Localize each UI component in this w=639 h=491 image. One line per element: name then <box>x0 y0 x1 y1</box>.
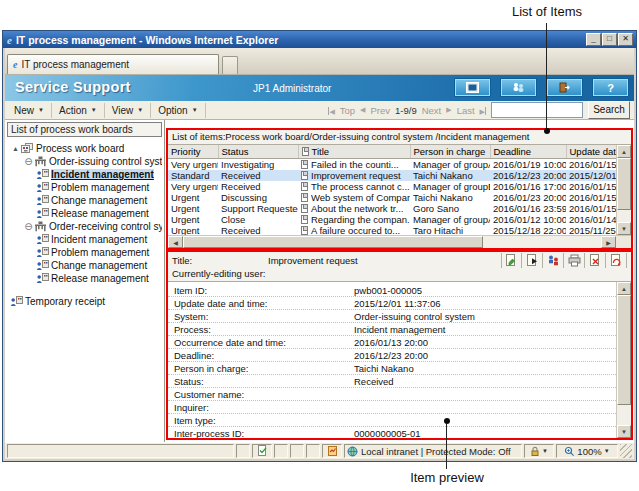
main-screen-button[interactable] <box>454 78 491 97</box>
cell-status: Received <box>218 181 298 192</box>
tree-item[interactable]: Process work board <box>7 142 162 155</box>
help-button[interactable]: ? <box>592 78 629 97</box>
chevron-down-icon: ▼ <box>192 107 198 113</box>
column-status[interactable]: Status <box>218 145 298 158</box>
first-page-icon[interactable]: ◀ <box>328 105 334 116</box>
tree-item[interactable]: Problem management <box>7 246 162 259</box>
new-tab-stub[interactable] <box>222 56 238 74</box>
tree-item[interactable]: Order-receiving control system <box>7 220 162 233</box>
items-horizontal-scrollbar[interactable]: ◀ ▶ <box>168 235 631 248</box>
tree-item[interactable]: Temporary receipt <box>7 295 162 308</box>
cell-priority: Urgent <box>168 192 218 203</box>
tree-item[interactable]: Release management <box>7 207 162 220</box>
cell-deadline: 2016/01/16 17:00 <box>490 181 566 192</box>
print-button[interactable] <box>564 253 585 268</box>
maximize-button[interactable]: □ <box>602 33 617 46</box>
scroll-up-icon[interactable]: ▲ <box>617 282 631 295</box>
tree-item[interactable]: Change management <box>7 194 162 207</box>
status-report-cell[interactable] <box>322 444 342 458</box>
tree-item-label: Incident management <box>51 234 147 245</box>
field-value: 2016/12/23 20:00 <box>354 350 616 361</box>
title-bar[interactable]: e IT process management - Windows Intern… <box>3 31 636 48</box>
preview-field: Process: Incident management <box>168 323 616 336</box>
callout-dot-bottom <box>444 418 450 424</box>
scroll-down-icon[interactable]: ▼ <box>617 425 631 438</box>
tree-item-label: Problem management <box>51 182 149 193</box>
scroll-up-icon[interactable]: ▲ <box>617 145 631 158</box>
items-table: Priority Status Title Person in charge D… <box>168 145 616 235</box>
last-page-icon[interactable]: ▶ <box>480 105 486 116</box>
scroll-down-icon[interactable]: ▼ <box>617 222 631 235</box>
tree-item-label: Order-receiving control system <box>49 221 162 232</box>
cell-title: A failure occured to... <box>298 225 410 236</box>
item-row[interactable]: Very urgent Received The process cannot … <box>168 181 616 192</box>
menu-button[interactable]: View ▼ <box>105 103 151 118</box>
tree-item-icon <box>36 182 49 193</box>
scroll-left-icon[interactable]: ◀ <box>168 236 183 248</box>
zoom-magnifier-icon <box>564 446 575 457</box>
tree-expander-icon[interactable] <box>10 145 21 152</box>
user-management-button[interactable] <box>500 78 537 97</box>
status-done-cell <box>252 444 272 458</box>
refresh-item-button[interactable] <box>606 253 627 268</box>
tree-expander-icon[interactable] <box>23 222 34 232</box>
tree-item-icon <box>34 156 47 167</box>
items-vertical-scrollbar[interactable]: ▲ ▼ <box>616 145 631 235</box>
next-page-icon[interactable]: ▶ <box>446 106 451 114</box>
item-row[interactable]: Urgent Received A failure occured to... … <box>168 225 616 236</box>
column-deadline[interactable]: Deadline <box>490 145 566 158</box>
item-row[interactable]: Very urgent Investigating Failed in the … <box>168 158 616 170</box>
scrollbar-thumb[interactable] <box>617 158 631 210</box>
tree-item-label: Temporary receipt <box>25 296 105 307</box>
security-zone-cell[interactable]: Local intranet | Protected Mode: Off <box>344 444 522 458</box>
field-value: 0000000005-01 <box>354 428 616 439</box>
zoom-control-cell[interactable]: 100% ▼ <box>556 444 618 458</box>
document-icon <box>301 193 308 202</box>
scrollbar-thumb[interactable] <box>617 295 631 405</box>
prev-page-label[interactable]: Prev <box>371 105 391 116</box>
edit-item-button[interactable] <box>501 253 522 268</box>
preview-field: Update date and time: 2015/12/01 11:37:0… <box>168 297 616 310</box>
assign-user-button[interactable] <box>543 253 564 268</box>
tree-item[interactable]: Problem management <box>7 181 162 194</box>
browser-tab[interactable]: e IT process management <box>7 54 219 74</box>
prev-page-icon[interactable]: ◀ <box>360 106 365 114</box>
tree-expander-icon[interactable] <box>23 157 34 167</box>
scrollbar-thumb[interactable] <box>183 236 483 248</box>
item-row[interactable]: Standard Received Improvement request Ta… <box>168 170 616 181</box>
tree-item[interactable]: Change management <box>7 259 162 272</box>
menu-button[interactable]: Action ▼ <box>52 103 105 118</box>
tree-item[interactable]: Release management <box>7 272 162 285</box>
item-row[interactable]: Urgent Discussing Web system of Compan..… <box>168 192 616 203</box>
column-priority[interactable]: Priority <box>168 145 218 158</box>
tree-item[interactable]: Order-issuing control system <box>7 155 162 168</box>
close-button[interactable]: ✕ <box>618 33 633 46</box>
open-item-button[interactable] <box>522 253 543 268</box>
tree-item[interactable]: Incident management <box>7 233 162 246</box>
tree-item-label: Release management <box>51 208 149 219</box>
menu-button[interactable]: New ▼ <box>7 103 52 118</box>
column-updated[interactable]: Update date a <box>566 145 616 158</box>
security-report-cell[interactable]: ▼ <box>524 444 554 458</box>
search-button[interactable]: Search <box>588 101 630 119</box>
menu-label: Action <box>59 105 87 116</box>
tree-item[interactable]: Incident management <box>7 168 162 181</box>
menu-button[interactable]: Option ▼ <box>151 103 205 118</box>
column-person[interactable]: Person in charge <box>410 145 490 158</box>
scroll-right-icon[interactable]: ▶ <box>601 236 616 248</box>
resize-grip[interactable] <box>620 444 632 458</box>
tab-favicon-icon: e <box>13 59 17 70</box>
last-page-label[interactable]: Last <box>457 105 475 116</box>
preview-vertical-scrollbar[interactable]: ▲ ▼ <box>616 282 631 438</box>
logout-button[interactable] <box>546 78 583 97</box>
delete-item-button[interactable] <box>585 253 606 268</box>
item-row[interactable]: Urgent Support Requested About the netwo… <box>168 203 616 214</box>
cell-person: Goro Sano <box>410 203 490 214</box>
item-row[interactable]: Urgent Close Regarding the compan... Man… <box>168 214 616 225</box>
minimize-button[interactable]: _ <box>586 33 601 46</box>
next-page-label[interactable]: Next <box>422 105 442 116</box>
column-title[interactable]: Title <box>298 145 410 158</box>
preview-field: Occurrence date and time: 2016/01/13 20:… <box>168 336 616 349</box>
search-input[interactable] <box>491 102 583 118</box>
first-page-label[interactable]: Top <box>340 105 355 116</box>
